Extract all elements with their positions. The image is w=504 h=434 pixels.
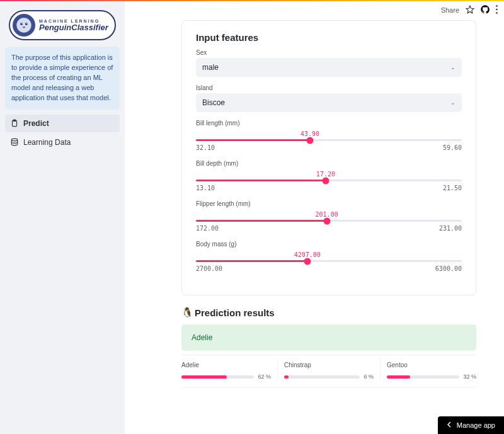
slider-thumb[interactable] — [322, 177, 329, 184]
slider-max-1: 21.50 — [443, 185, 462, 191]
slider-max-3: 6300.00 — [435, 265, 462, 272]
results-heading-text: Prediction results — [195, 307, 275, 318]
select-label-1: Island — [196, 84, 462, 91]
select-island[interactable]: Biscoe⌄ — [196, 93, 462, 112]
slider-max-0: 59.60 — [443, 144, 462, 151]
svg-point-4 — [16, 18, 31, 32]
sidebar: MACHINE LERNING PenguinClassifier The pu… — [0, 1, 125, 434]
nav-item-learning-data[interactable]: Learning Data — [5, 134, 120, 151]
clipboard-icon — [10, 119, 19, 128]
select-value: male — [202, 63, 219, 72]
slider-fill — [196, 139, 310, 141]
select-label-0: Sex — [196, 49, 462, 56]
prob-fill — [181, 375, 227, 379]
input-features-heading: Input features — [196, 32, 462, 43]
prob-cell-chinstrap: Chinstrap6 % — [278, 359, 381, 380]
svg-point-7 — [21, 23, 22, 24]
chevron-left-icon — [447, 421, 452, 429]
chevron-down-icon: ⌄ — [450, 100, 455, 106]
prob-cell-adelie: Adelie62 % — [181, 359, 278, 380]
slider-thumb[interactable] — [323, 217, 330, 224]
nav-item-predict[interactable]: Predict — [5, 115, 120, 132]
slider-min-3: 2700.00 — [196, 265, 222, 272]
prob-name: Chinstrap — [284, 362, 374, 368]
prob-bar — [387, 375, 459, 379]
slider-0[interactable] — [196, 139, 462, 141]
nav-label: Learning Data — [23, 138, 71, 147]
slider-label-3: Body mass (g) — [196, 241, 462, 248]
database-icon — [10, 138, 19, 147]
app-logo: MACHINE LERNING PenguinClassifier — [9, 10, 116, 40]
svg-point-6 — [25, 23, 28, 25]
input-features-card: Input features Sexmale⌄IslandBiscoe⌄ Bil… — [181, 20, 476, 295]
slider-max-2: 231.00 — [439, 225, 462, 232]
results-heading: 🐧Prediction results — [181, 307, 476, 318]
prob-bar — [181, 375, 254, 379]
slider-3[interactable] — [196, 260, 462, 262]
prob-fill — [284, 375, 289, 379]
prob-name: Adelie — [181, 362, 271, 368]
slider-min-2: 172.00 — [196, 225, 219, 232]
slider-label-0: Bill length (mm) — [196, 120, 462, 127]
prob-bar — [284, 375, 360, 379]
slider-label-2: Flipper length (mm) — [196, 200, 462, 207]
penguin-icon: 🐧 — [181, 307, 193, 318]
slider-2[interactable] — [196, 220, 462, 222]
svg-point-8 — [26, 23, 27, 24]
select-sex[interactable]: male⌄ — [196, 58, 462, 77]
slider-label-1: Bill depth (mm) — [196, 160, 462, 167]
select-value: Biscoe — [202, 98, 225, 107]
sidebar-nav: PredictLearning Data — [5, 115, 120, 151]
prob-pct: 62 % — [258, 374, 271, 380]
slider-thumb[interactable] — [304, 258, 311, 265]
svg-point-5 — [20, 23, 23, 25]
prob-name: Gentoo — [387, 362, 476, 368]
nav-label: Predict — [23, 119, 49, 128]
manage-app-button[interactable]: Manage app — [438, 416, 504, 434]
logo-name: PenguinClassifier — [39, 23, 108, 31]
prob-fill — [387, 375, 410, 379]
prob-pct: 32 % — [463, 374, 476, 380]
slider-fill — [196, 220, 327, 222]
main-content: Input features Sexmale⌄IslandBiscoe⌄ Bil… — [125, 1, 504, 434]
slider-thumb[interactable] — [307, 137, 314, 144]
penguin-logo-icon — [13, 14, 35, 37]
slider-min-0: 32.10 — [196, 144, 215, 151]
predicted-species: Adelie — [181, 324, 476, 351]
slider-fill — [196, 180, 326, 181]
manage-app-label: Manage app — [457, 421, 495, 429]
prob-pct: 6 % — [364, 374, 374, 380]
svg-point-11 — [11, 139, 17, 141]
probability-row: Adelie62 %Chinstrap6 %Gentoo32 % — [181, 355, 476, 388]
chevron-down-icon: ⌄ — [450, 64, 455, 71]
slider-fill — [196, 260, 307, 262]
slider-1[interactable] — [196, 180, 462, 181]
prob-cell-gentoo: Gentoo32 % — [381, 359, 476, 380]
app-description: The purpose of this application is to pr… — [5, 47, 120, 110]
slider-min-1: 13.10 — [196, 185, 215, 191]
